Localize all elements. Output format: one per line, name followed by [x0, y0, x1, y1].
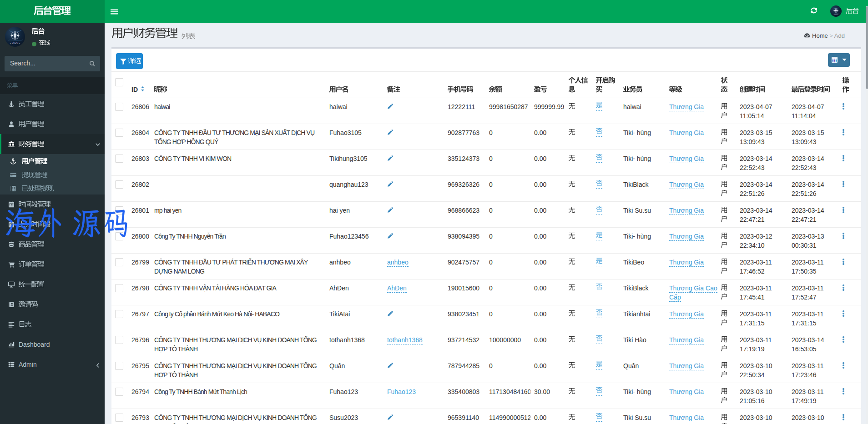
svg-text:- 2022 -: - 2022 - [10, 41, 20, 45]
svg-text:- 2022 -: - 2022 - [833, 14, 839, 15]
